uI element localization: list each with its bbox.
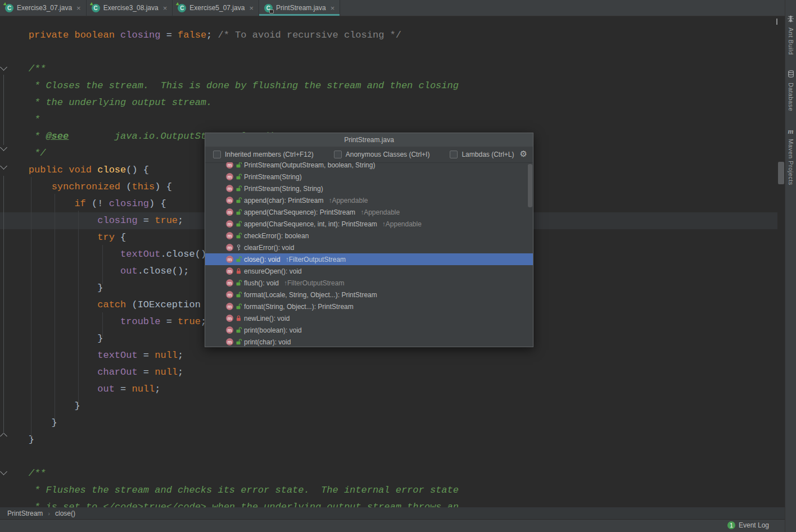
- code-line[interactable]: *: [0, 111, 777, 128]
- file-structure-popup: PrintStream.java Inherited members (Ctrl…: [205, 133, 533, 347]
- stripe-ant-build[interactable]: Ant Build: [785, 15, 796, 55]
- gutter-fold-line: [3, 75, 4, 145]
- breadcrumb-item[interactable]: PrintStream: [7, 510, 43, 517]
- structure-item[interactable]: mclose(): void↑FilterOutputStream: [205, 253, 533, 265]
- method-icon: m: [226, 162, 233, 169]
- tab-Exercise3_07.java[interactable]: CExercise3_07.java×: [0, 0, 87, 16]
- structure-item[interactable]: mPrintStream(String): [205, 171, 533, 183]
- structure-item[interactable]: mclearError(): void: [205, 242, 533, 253]
- code-line[interactable]: }: [0, 415, 777, 431]
- editor-tab-bar: CExercise3_07.java×CExercise3_08.java×CE…: [0, 0, 785, 16]
- event-log-button[interactable]: 1 Event Log: [727, 521, 769, 529]
- class-icon: C: [92, 4, 100, 12]
- structure-item[interactable]: mprint(boolean): void: [205, 324, 533, 336]
- member-label: ensureOpen(): void: [244, 267, 302, 275]
- tab-close-icon[interactable]: ×: [76, 4, 81, 12]
- method-icon: m: [226, 279, 233, 287]
- editor-scrollbar-thumb[interactable]: [778, 162, 784, 184]
- event-log-label: Event Log: [739, 521, 769, 529]
- structure-item[interactable]: mensureOpen(): void: [205, 265, 533, 277]
- code-line[interactable]: /**: [0, 61, 777, 78]
- code-line[interactable]: [0, 448, 777, 465]
- breadcrumb-item[interactable]: close(): [55, 510, 75, 517]
- class-icon: C: [5, 4, 13, 12]
- indent-guide: [102, 312, 103, 337]
- method-icon: m: [226, 185, 233, 192]
- method-icon: m: [226, 232, 233, 239]
- filter-inherited[interactable]: Inherited members (Ctrl+F12): [213, 151, 314, 158]
- visibility-public-icon: [236, 327, 242, 333]
- tab-label: Exercise3_08.java: [103, 4, 159, 12]
- structure-item[interactable]: mnewLine(): void: [205, 312, 533, 324]
- checkbox-icon[interactable]: [334, 151, 342, 158]
- structure-item[interactable]: mappend(char): PrintStream↑Appendable: [205, 194, 533, 206]
- filter-label: Lambdas (Ctrl+L): [462, 151, 514, 158]
- popup-title[interactable]: PrintStream.java: [205, 133, 533, 147]
- code-line[interactable]: /**: [0, 465, 777, 482]
- stripe-label: Ant Build: [788, 28, 794, 55]
- indent-guide: [31, 177, 31, 437]
- tab-close-icon[interactable]: ×: [249, 4, 254, 12]
- method-icon: m: [226, 338, 233, 345]
- tab-label: Exercise5_07.java: [189, 4, 245, 12]
- gutter-fold-line: [3, 176, 4, 434]
- maven-icon: m: [788, 126, 793, 136]
- structure-item[interactable]: mPrintStream(String, String): [205, 183, 533, 194]
- tab-close-icon[interactable]: ×: [163, 4, 168, 12]
- indent-guide: [55, 194, 55, 420]
- gear-icon[interactable]: ⚙: [520, 149, 527, 159]
- member-supertype: ↑FilterOutputStream: [286, 256, 346, 263]
- status-bar: 1 Event Log: [0, 519, 785, 532]
- code-line[interactable]: charOut = null;: [0, 364, 777, 381]
- tab-close-icon[interactable]: ×: [331, 4, 335, 12]
- checkbox-icon[interactable]: [450, 151, 458, 158]
- tab-PrintStream.java[interactable]: CPrintStream.java×: [259, 0, 340, 16]
- popup-scrollbar-thumb[interactable]: [528, 164, 532, 207]
- editor-scrollbar[interactable]: [777, 16, 785, 507]
- method-icon: m: [226, 315, 233, 322]
- code-line[interactable]: out = null;: [0, 381, 777, 398]
- structure-item[interactable]: mflush(): void↑FilterOutputStream: [205, 277, 533, 289]
- structure-item[interactable]: mformat(String, Object...): PrintStream: [205, 301, 533, 312]
- visibility-public-icon: [236, 209, 242, 215]
- member-label: newLine(): void: [244, 315, 290, 322]
- filter-anonymous[interactable]: Anonymous Classes (Ctrl+I): [334, 151, 430, 158]
- code-line[interactable]: [0, 44, 777, 61]
- code-line[interactable]: private boolean closing = false; /* To a…: [0, 27, 777, 44]
- code-line[interactable]: * Closes the stream. This is done by flu…: [0, 78, 777, 94]
- structure-item[interactable]: mappend(CharSequence): PrintStream↑Appen…: [205, 206, 533, 218]
- code-line[interactable]: }: [0, 398, 777, 415]
- code-line[interactable]: * Flushes the stream and checks its erro…: [0, 482, 777, 499]
- member-label: checkError(): boolean: [244, 232, 309, 240]
- indent-guide: [78, 211, 79, 403]
- method-icon: m: [226, 244, 233, 251]
- tab-Exercise5_07.java[interactable]: CExercise5_07.java×: [173, 0, 259, 16]
- code-line[interactable]: * the underlying output stream.: [0, 94, 777, 111]
- code-line[interactable]: * is set to </code>true</code> when the …: [0, 499, 777, 507]
- notification-badge: 1: [727, 521, 735, 529]
- visibility-private-icon: [236, 315, 242, 321]
- stripe-maven-projects[interactable]: mMaven Projects: [785, 126, 796, 185]
- structure-item[interactable]: mPrintStream(OutputStream, boolean, Stri…: [205, 162, 533, 171]
- class-icon: C: [264, 4, 273, 12]
- checkbox-icon[interactable]: [213, 151, 221, 158]
- stripe-label: Database: [788, 83, 794, 111]
- run-arrow-icon: [176, 2, 180, 7]
- member-label: flush(): void: [244, 279, 279, 287]
- code-line[interactable]: }: [0, 431, 777, 448]
- method-icon: m: [226, 197, 233, 204]
- stripe-database[interactable]: Database: [785, 70, 796, 111]
- structure-item[interactable]: mappend(CharSequence, int, int): PrintSt…: [205, 218, 533, 230]
- member-label: PrintStream(String, String): [244, 185, 323, 193]
- structure-item[interactable]: mprint(char): void: [205, 336, 533, 347]
- structure-member-list[interactable]: mPrintStream(OutputStream, boolean, Stri…: [205, 162, 533, 347]
- visibility-protected-icon: [236, 244, 242, 251]
- visibility-public-icon: [236, 197, 242, 203]
- tab-Exercise3_08.java[interactable]: CExercise3_08.java×: [87, 0, 173, 16]
- structure-item[interactable]: mformat(Locale, String, Object...): Prin…: [205, 289, 533, 301]
- structure-item[interactable]: mcheckError(): boolean: [205, 230, 533, 242]
- visibility-public-icon: [236, 174, 242, 180]
- code-line[interactable]: textOut = null;: [0, 347, 777, 364]
- filter-lambdas[interactable]: Lambdas (Ctrl+L): [450, 151, 514, 158]
- method-icon: m: [226, 173, 233, 180]
